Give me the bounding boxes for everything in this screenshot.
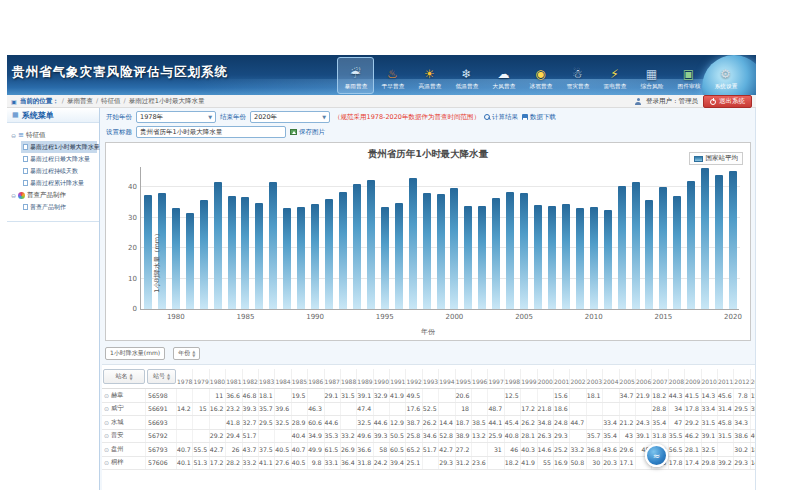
collapse-icon[interactable]: ⊖: [11, 192, 16, 199]
column-filter[interactable]: 年份 ▲▼: [173, 347, 200, 360]
start-year-select[interactable]: 1978年▼: [136, 111, 216, 123]
breadcrumb-item[interactable]: 暴雨普查: [67, 97, 93, 105]
nav-item-8[interactable]: ⚡雷电普查: [596, 57, 633, 94]
end-year-select[interactable]: 2020年▼: [250, 111, 330, 123]
value-cell: 23.6: [472, 457, 488, 470]
value-cell: 15.6: [554, 389, 570, 402]
value-cell: 50.5: [390, 430, 406, 443]
nav-item-11[interactable]: ⚙系统设置: [707, 57, 744, 94]
station-name: 威宁: [111, 404, 123, 413]
chart-title-input[interactable]: 贵州省历年1小时最大降水量: [136, 126, 286, 138]
value-cell: [570, 430, 586, 443]
expand-icon[interactable]: ⊙: [104, 392, 109, 399]
nav-item-10[interactable]: ▣图件审核: [670, 57, 707, 94]
value-cell: 39.6: [275, 403, 291, 416]
chart-bar: [659, 187, 667, 309]
low-temp-icon: ❄: [461, 67, 471, 82]
value-cell: 58: [374, 443, 390, 456]
breadcrumb-item[interactable]: 暴雨过程1小时最大降水量: [129, 97, 205, 105]
logout-button[interactable]: 退出系统: [703, 95, 752, 108]
breadcrumb-item[interactable]: 特征值: [101, 97, 121, 105]
sidebar-item-label: 暴雨过程1小时最大降水量: [30, 143, 100, 152]
value-cell: 25.8: [406, 430, 422, 443]
value-cell: 32.5: [357, 416, 373, 429]
nav-item-4[interactable]: ❄低温普查: [448, 57, 485, 94]
download-button[interactable]: 数据下载: [522, 113, 556, 122]
year-column-header: 1988: [341, 369, 357, 385]
value-cell: 29.2: [685, 416, 701, 429]
year-column-header: 1982: [243, 369, 259, 385]
chart-bar: [715, 175, 723, 309]
expand-icon[interactable]: ⊙: [104, 432, 109, 439]
high-temp-icon: ☀: [424, 67, 435, 82]
expand-icon[interactable]: ⊙: [104, 446, 109, 453]
station-name: 普安: [111, 431, 123, 440]
y-tick-label: 10: [109, 275, 137, 283]
calculate-button[interactable]: 计算结果: [484, 113, 518, 122]
year-column-header: 1992: [406, 369, 422, 385]
chart-bar: [562, 204, 570, 309]
list-icon: ≡: [18, 131, 24, 139]
expand-icon[interactable]: ⊙: [104, 405, 109, 412]
expand-icon[interactable]: ⊙: [104, 419, 109, 426]
sidebar-item[interactable]: 暴雨过程累计降水量: [21, 177, 97, 189]
hail-icon: ◉: [535, 67, 545, 82]
sidebar-group-2[interactable]: ⊖普查产品制作: [11, 189, 97, 201]
nav-item-5[interactable]: ☁大风普查: [485, 57, 522, 94]
value-cell: 26.9: [341, 443, 357, 456]
nav-item-6[interactable]: ◉冰雹普查: [522, 57, 559, 94]
nav-item-9[interactable]: ▦综合风险: [633, 57, 670, 94]
value-cell: 49.9: [308, 443, 324, 456]
measure-filter[interactable]: 1小时降水量(mm): [105, 347, 165, 360]
value-cell: [177, 416, 193, 429]
value-cell: 46.2: [685, 430, 701, 443]
value-cell: [472, 389, 488, 402]
sidebar-group-1[interactable]: ⊖≡特征值: [11, 129, 97, 141]
chart-bar: [353, 184, 361, 309]
main-panel: 开始年份 1978年▼ 结束年份 2020年▼ （规范采用1978-2020年数…: [100, 108, 755, 490]
value-cell: 46: [505, 443, 521, 456]
sidebar-item[interactable]: 暴雨过程持续天数: [21, 165, 97, 177]
expand-icon[interactable]: ⊙: [104, 459, 109, 466]
sort-arrows-icon: ▲▼: [129, 373, 132, 380]
sidebar-item[interactable]: 普查产品制作: [21, 201, 97, 213]
station-name-cell: ⊙威宁: [102, 403, 146, 416]
sort-station-name[interactable]: 站名▲▼: [103, 369, 145, 384]
sidebar-item[interactable]: 暴雨过程日最大降水量: [21, 153, 97, 165]
value-cell: 26.2: [521, 416, 537, 429]
value-cell: 60.5: [390, 443, 406, 456]
chart-bar: [506, 192, 514, 309]
value-cell: 14.6: [538, 443, 554, 456]
chart-bar: [673, 196, 681, 309]
value-cell: 27.6: [275, 457, 291, 470]
nav-item-7[interactable]: ☃雪灾普查: [559, 57, 596, 94]
sidebar-item[interactable]: 暴雨过程1小时最大降水量: [21, 141, 97, 153]
value-cell: 39.4: [390, 457, 406, 470]
settings-icon: ⚙: [720, 67, 731, 82]
year-column-header: 1986: [308, 369, 324, 385]
nav-item-1[interactable]: ☔暴雨普查: [337, 57, 374, 94]
value-cell: 44.6: [325, 416, 341, 429]
value-cell: 31.2: [456, 457, 472, 470]
wind-icon: ☁: [498, 67, 510, 82]
value-cell: [210, 416, 226, 429]
save-disk-icon: [522, 114, 528, 120]
value-cell: 39.1: [636, 430, 652, 443]
search-icon: [484, 114, 490, 120]
nav-item-3[interactable]: ☀高温普查: [411, 57, 448, 94]
breadcrumb-separator: /: [124, 97, 126, 105]
sort-station-id[interactable]: 站号▲▼: [147, 369, 176, 384]
year-column-header: 2013: [751, 369, 755, 385]
floating-logo-icon[interactable]: ≈: [645, 444, 668, 467]
station-name-cell: ⊙桐梓: [102, 457, 146, 470]
value-cell: 21.8: [538, 403, 554, 416]
chart-bar: [687, 181, 695, 309]
chart-bar: [186, 213, 194, 309]
save-image-button[interactable]: 保存图片: [290, 128, 325, 137]
year-column-header: 1997: [488, 369, 504, 385]
nav-item-2[interactable]: ♨干旱普查: [374, 57, 411, 94]
value-cell: 33.2: [341, 430, 357, 443]
color-wheel-icon: [18, 192, 25, 199]
collapse-icon[interactable]: ⊖: [11, 132, 16, 139]
station-name: 桐梓: [111, 458, 123, 467]
